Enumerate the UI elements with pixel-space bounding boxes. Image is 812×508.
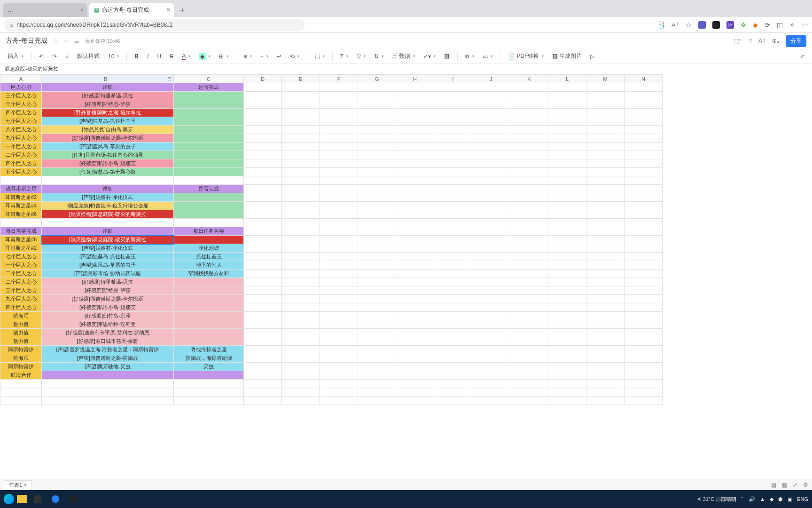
cell[interactable]: 寻找海掠者之星 <box>174 346 244 354</box>
cell[interactable] <box>548 134 586 143</box>
cell[interactable]: 航海币 <box>0 354 42 363</box>
fullscreen-icon[interactable]: ⤢ <box>793 482 797 488</box>
cell[interactable] <box>244 295 282 303</box>
column-header[interactable]: B☰ <box>42 75 174 83</box>
cell[interactable] <box>472 117 510 126</box>
cell[interactable] <box>434 227 472 236</box>
cell[interactable] <box>358 244 396 253</box>
cell[interactable] <box>472 380 510 388</box>
number-format-button[interactable]: 三 数据 <box>389 51 418 61</box>
cell[interactable] <box>625 210 663 219</box>
cell[interactable]: 详细 <box>42 83 174 92</box>
cell[interactable] <box>434 83 472 92</box>
comment-button[interactable]: ▭ <box>480 52 495 61</box>
cell[interactable] <box>0 219 42 227</box>
cell[interactable] <box>244 117 282 126</box>
cell[interactable] <box>282 346 320 354</box>
column-header[interactable]: H <box>396 75 434 83</box>
cell[interactable] <box>320 312 358 320</box>
cell[interactable] <box>282 159 320 168</box>
list-icon[interactable]: ≡ <box>749 38 752 44</box>
cell[interactable]: [好感度]斯特恩-萨莎 <box>42 286 174 295</box>
cell[interactable] <box>434 219 472 227</box>
url-input[interactable]: ⌂ https://docs.qq.com/sheet/DRnpkT21sald… <box>4 19 304 31</box>
cell[interactable] <box>472 354 510 363</box>
cell[interactable] <box>282 176 320 185</box>
cell[interactable] <box>510 320 548 329</box>
cell[interactable] <box>282 270 320 278</box>
cell[interactable]: [声望]黑牙驻地-灭虫 <box>42 363 174 371</box>
cell[interactable] <box>434 244 472 253</box>
cell[interactable] <box>244 337 282 346</box>
cell[interactable] <box>244 363 282 371</box>
cell[interactable] <box>548 92 586 100</box>
cell[interactable] <box>320 117 358 126</box>
cell[interactable] <box>358 126 396 134</box>
cell[interactable] <box>586 134 625 143</box>
cell[interactable]: [任务]月影市场-抓住内心的仙灵 <box>42 151 174 159</box>
cell[interactable] <box>548 363 586 371</box>
column-header[interactable]: L <box>548 75 586 83</box>
cell[interactable] <box>472 363 510 371</box>
cell[interactable] <box>434 278 472 286</box>
column-header[interactable]: D <box>244 75 282 83</box>
pdf-export-button[interactable]: 📄 PDF转换 <box>505 51 547 61</box>
tray-icon[interactable]: ▣ <box>788 496 792 502</box>
cell[interactable]: 防御战，海掠者纪律 <box>174 354 244 363</box>
cell[interactable] <box>320 380 358 388</box>
cell[interactable] <box>358 134 396 143</box>
cell[interactable] <box>396 168 434 176</box>
cell[interactable] <box>586 253 625 261</box>
cell[interactable] <box>625 380 663 388</box>
cell[interactable]: [声望]妮娅村-净化仪式 <box>42 244 174 253</box>
cell[interactable] <box>586 244 625 253</box>
cell[interactable] <box>434 185 472 193</box>
cell[interactable] <box>320 270 358 278</box>
cell[interactable] <box>472 210 510 219</box>
cell[interactable]: 二个巨人之心 <box>0 270 42 278</box>
cell[interactable] <box>586 303 625 312</box>
column-header[interactable]: F <box>320 75 358 83</box>
cell[interactable] <box>625 371 663 380</box>
cell[interactable] <box>510 253 548 261</box>
cell[interactable] <box>282 303 320 312</box>
cell[interactable]: [好感度]西普诺斯之眼-卡尔巴斯 <box>42 295 174 303</box>
menu-icon[interactable]: ⋯ <box>802 21 808 29</box>
text-format-icon[interactable]: A≡ <box>758 38 765 44</box>
cell[interactable] <box>282 193 320 202</box>
cell[interactable] <box>282 363 320 371</box>
cell[interactable] <box>320 227 358 236</box>
cell[interactable] <box>42 397 174 405</box>
cell[interactable] <box>625 126 663 134</box>
cell[interactable] <box>320 168 358 176</box>
cell[interactable] <box>320 185 358 193</box>
cell[interactable] <box>174 236 244 244</box>
cell[interactable] <box>510 329 548 337</box>
cell[interactable] <box>174 134 244 143</box>
cell[interactable] <box>396 312 434 320</box>
cell[interactable] <box>42 380 174 388</box>
cell[interactable] <box>174 117 244 126</box>
cell[interactable] <box>586 295 625 303</box>
rotate-button[interactable]: ⟲ <box>287 52 302 61</box>
cell[interactable] <box>174 320 244 329</box>
cell[interactable] <box>625 286 663 295</box>
cell[interactable] <box>396 202 434 210</box>
cell[interactable] <box>625 176 663 185</box>
cell[interactable] <box>244 202 282 210</box>
cell[interactable] <box>174 193 244 202</box>
cell[interactable] <box>472 100 510 109</box>
cell[interactable] <box>510 185 548 193</box>
column-header[interactable]: C <box>174 75 244 83</box>
cell[interactable] <box>548 371 586 380</box>
cell[interactable] <box>434 168 472 176</box>
cell[interactable] <box>358 159 396 168</box>
cell[interactable] <box>586 126 625 134</box>
cell[interactable] <box>174 312 244 320</box>
cell[interactable] <box>174 202 244 210</box>
cell[interactable] <box>320 176 358 185</box>
cell[interactable] <box>510 337 548 346</box>
cell[interactable] <box>586 337 625 346</box>
align-button[interactable]: ≡ <box>241 52 255 61</box>
cell[interactable] <box>586 100 625 109</box>
